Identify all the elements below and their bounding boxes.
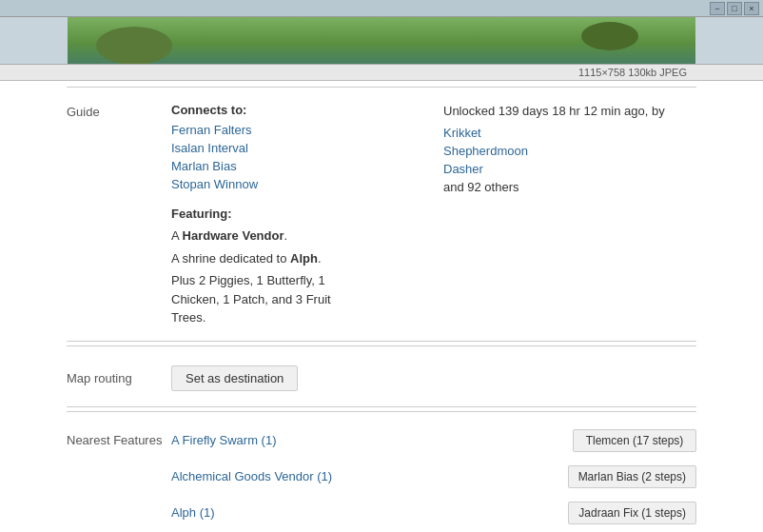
connects-link-2[interactable]: Marlan Bias bbox=[171, 159, 424, 173]
feature-row-1: Alchemical Goods Vendor (1) Marlan Bias … bbox=[171, 465, 696, 492]
image-toolbar: − □ × bbox=[0, 0, 763, 17]
guide-label: Guide bbox=[67, 103, 171, 331]
unlocked-person-1[interactable]: Shepherdmoon bbox=[443, 144, 696, 158]
maximize-btn[interactable]: □ bbox=[727, 2, 742, 15]
map-routing-section: Map routing Set as destination bbox=[67, 350, 696, 407]
unlocked-person-0[interactable]: Krikket bbox=[443, 126, 696, 140]
guide-body: Connects to: Fernan Falters Isalan Inter… bbox=[171, 103, 696, 331]
minimize-btn[interactable]: − bbox=[710, 2, 725, 15]
connects-link-3[interactable]: Stopan Winnow bbox=[171, 177, 424, 191]
connects-link-1[interactable]: Isalan Interval bbox=[171, 141, 424, 155]
feature-btn-2[interactable]: Jadraan Fix (1 steps) bbox=[568, 502, 696, 524]
unlocked-block: Unlocked 139 days 18 hr 12 min ago, by K… bbox=[443, 103, 696, 331]
nearest-features-section: Nearest Features A Firefly Swarm (1) Tle… bbox=[67, 416, 696, 533]
feature-name-0[interactable]: A Firefly Swarm (1) bbox=[171, 433, 573, 447]
featuring-heading: Featuring: bbox=[171, 207, 424, 221]
set-destination-button[interactable]: Set as destination bbox=[171, 365, 298, 391]
nearest-features-header: Nearest Features A Firefly Swarm (1) Tle… bbox=[67, 429, 696, 533]
feature-name-2[interactable]: Alph (1) bbox=[171, 505, 568, 520]
nearest-features-label: Nearest Features bbox=[67, 429, 171, 533]
unlocked-person-2[interactable]: Dasher bbox=[443, 162, 696, 176]
featuring-item-0: A Hardware Vendor. bbox=[171, 227, 424, 246]
unlocked-by-list: Krikket Shepherdmoon Dasher bbox=[443, 126, 696, 176]
close-btn[interactable]: × bbox=[744, 2, 759, 15]
featuring-item-2: Plus 2 Piggies, 1 Butterfly, 1 Chicken, … bbox=[171, 271, 362, 327]
guide-section: Guide Connects to: Fernan Falters Isalan… bbox=[67, 93, 696, 342]
and-others-text: and 92 others bbox=[443, 180, 696, 194]
feature-row-2: Alph (1) Jadraan Fix (1 steps) bbox=[171, 502, 696, 528]
map-stripe bbox=[68, 17, 695, 65]
feature-row-0: A Firefly Swarm (1) Tlemcen (17 steps) bbox=[171, 429, 696, 456]
image-info-text: 1115×758 130kb JPEG bbox=[578, 67, 687, 78]
unlocked-title: Unlocked 139 days 18 hr 12 min ago, by bbox=[443, 103, 696, 120]
feature-name-1[interactable]: Alchemical Goods Vendor (1) bbox=[171, 469, 568, 483]
featuring-item-1: A shrine dedicated to Alph. bbox=[171, 249, 424, 268]
map-routing-label: Map routing bbox=[67, 371, 171, 385]
feature-btn-1[interactable]: Marlan Bias (2 steps) bbox=[568, 465, 696, 488]
image-info-bar: 1115×758 130kb JPEG bbox=[0, 65, 763, 81]
connects-to-heading: Connects to: bbox=[171, 103, 424, 117]
connects-to-block: Connects to: Fernan Falters Isalan Inter… bbox=[171, 103, 424, 331]
feature-list: A Firefly Swarm (1) Tlemcen (17 steps) A… bbox=[171, 429, 696, 533]
featuring-block: Featuring: A Hardware Vendor. A shrine d… bbox=[171, 207, 424, 327]
connects-link-0[interactable]: Fernan Falters bbox=[171, 123, 424, 137]
feature-btn-0[interactable]: Tlemcen (17 steps) bbox=[573, 429, 696, 452]
map-image-container: − □ × bbox=[0, 0, 763, 65]
